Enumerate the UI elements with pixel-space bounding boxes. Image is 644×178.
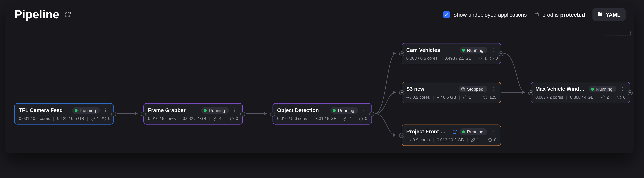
node-status-label: Running xyxy=(467,129,484,134)
pipeline-node-front[interactable]: Project Front End Running -- / 0.9 cores… xyxy=(402,125,501,146)
refresh-icon[interactable] xyxy=(64,11,71,18)
node-port-out[interactable] xyxy=(240,111,245,116)
node-port-in[interactable] xyxy=(270,111,275,116)
node-status-badge: Running xyxy=(460,128,487,135)
node-links: 4 xyxy=(219,116,221,121)
link-icon xyxy=(344,116,348,121)
pipeline-node-object[interactable]: Object Detection Running 0.016 / 5.6 cor… xyxy=(272,103,372,125)
node-title: Object Detection xyxy=(277,107,328,113)
node-links: 1 xyxy=(477,138,479,142)
svg-point-30 xyxy=(493,133,494,134)
node-menu-button[interactable] xyxy=(232,107,238,113)
node-menu-button[interactable] xyxy=(360,107,367,113)
node-menu-button[interactable] xyxy=(619,86,626,92)
node-memory: 0.013 / 0.2 GB xyxy=(437,138,464,142)
yaml-button[interactable]: YAML xyxy=(592,8,626,21)
node-status-label: Running xyxy=(467,48,484,53)
node-status-label: Stopped xyxy=(467,87,484,91)
link-icon xyxy=(600,95,605,99)
restart-icon xyxy=(230,116,234,121)
svg-point-20 xyxy=(493,48,494,49)
node-cores: 0.016 / 5.6 cores xyxy=(277,116,308,121)
svg-point-9 xyxy=(105,110,106,111)
node-title: TFL Camera Feed xyxy=(19,107,70,113)
restart-icon xyxy=(102,116,106,121)
svg-point-8 xyxy=(105,108,106,109)
node-menu-button[interactable] xyxy=(102,107,109,113)
node-title: Project Front End xyxy=(406,129,449,135)
node-port-in[interactable] xyxy=(399,90,404,95)
pipeline-node-s3[interactable]: S3 new Stopped -- / 0.2 cores | -- / 0.5… xyxy=(402,82,501,103)
external-link-icon[interactable] xyxy=(452,129,457,134)
pipeline-node-frame[interactable]: Frame Grabber Running 0.016 / 8 cores | … xyxy=(144,103,243,125)
pipeline-node-tfl[interactable]: TFL Camera Feed Running 0.001 / 0.2 core… xyxy=(14,103,114,125)
node-restarts: 0 xyxy=(108,116,110,121)
node-title: Cam Vehicles xyxy=(406,47,457,53)
minimap-placeholder xyxy=(604,31,630,36)
node-status-badge: Running xyxy=(460,47,487,54)
node-memory: 0.498 / 2.1 GB xyxy=(444,56,472,61)
pipeline-node-cam[interactable]: Cam Vehicles Running 0.003 / 0.5 cores |… xyxy=(402,43,501,64)
env-status-value: protected xyxy=(560,11,585,18)
pipeline-node-max[interactable]: Max Vehicle Window Running 0.007 / 2 cor… xyxy=(531,82,630,103)
node-port-in[interactable] xyxy=(399,133,404,138)
svg-marker-6 xyxy=(522,91,525,94)
node-status-badge: Running xyxy=(72,107,100,114)
node-status-label: Running xyxy=(596,87,613,91)
svg-line-27 xyxy=(454,130,456,132)
node-restarts: 0 xyxy=(236,116,238,121)
pipeline-canvas[interactable]: TFL Camera Feed Running 0.001 / 0.2 core… xyxy=(5,25,634,153)
node-port-out[interactable] xyxy=(498,51,504,56)
svg-point-16 xyxy=(364,108,364,109)
node-restarts: 0 xyxy=(496,56,498,61)
checkbox-check-icon xyxy=(443,11,450,18)
svg-point-21 xyxy=(493,50,494,51)
node-port-in[interactable] xyxy=(528,90,533,95)
node-port-in[interactable] xyxy=(141,111,146,116)
page-title: Pipeline xyxy=(14,8,59,21)
svg-point-10 xyxy=(105,111,106,112)
link-icon xyxy=(463,95,467,99)
show-undeployed-checkbox[interactable]: Show undeployed applications xyxy=(443,11,527,18)
node-port-in[interactable] xyxy=(399,51,404,56)
node-port-out[interactable] xyxy=(370,111,374,116)
svg-point-32 xyxy=(622,87,623,88)
node-restarts: 0 xyxy=(623,95,626,99)
node-memory: -- / 0.5 GB xyxy=(437,95,456,99)
svg-point-18 xyxy=(364,111,364,112)
svg-point-26 xyxy=(493,90,494,91)
node-restarts: 0 xyxy=(494,138,496,142)
svg-point-25 xyxy=(493,89,494,89)
node-status-badge: Running xyxy=(330,107,358,114)
node-port-out[interactable] xyxy=(628,90,633,95)
node-menu-button[interactable] xyxy=(490,86,496,92)
link-icon xyxy=(478,56,483,60)
node-links: 4 xyxy=(349,116,352,121)
restart-icon xyxy=(359,116,363,121)
svg-rect-0 xyxy=(535,14,539,16)
node-menu-button[interactable] xyxy=(490,47,496,53)
restart-icon xyxy=(488,138,492,142)
node-status-badge: Running xyxy=(589,86,616,92)
node-cores: -- / 0.2 cores xyxy=(406,95,430,99)
node-title: Max Vehicle Window xyxy=(536,86,586,92)
node-title: S3 new xyxy=(406,86,456,92)
node-title: Frame Grabber xyxy=(148,107,199,113)
node-status-label: Running xyxy=(80,108,96,113)
node-links: 1 xyxy=(97,116,99,121)
restart-icon xyxy=(617,95,622,99)
link-icon xyxy=(471,138,475,142)
svg-point-24 xyxy=(493,87,494,88)
show-undeployed-label: Show undeployed applications xyxy=(453,11,527,18)
node-memory: 3.31 / 8 GB xyxy=(315,116,336,121)
svg-marker-2 xyxy=(264,112,267,115)
yaml-button-label: YAML xyxy=(606,11,620,18)
node-memory: 0.808 / 4 GB xyxy=(570,95,594,99)
svg-point-28 xyxy=(493,130,494,131)
node-cores: 0.016 / 8 cores xyxy=(148,116,176,121)
node-menu-button[interactable] xyxy=(490,129,496,135)
node-port-out[interactable] xyxy=(111,111,116,116)
node-status-label: Running xyxy=(209,108,225,113)
restart-icon xyxy=(490,56,494,60)
restart-icon xyxy=(484,95,488,99)
